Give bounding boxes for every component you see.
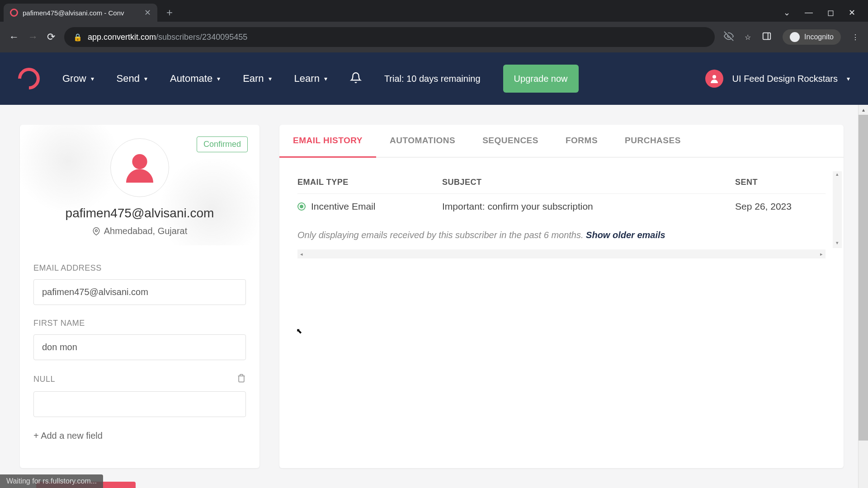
tab-purchases[interactable]: PURCHASES — [611, 125, 694, 157]
svg-point-4 — [132, 154, 147, 169]
svg-point-5 — [95, 230, 97, 232]
profile-email: pafimen475@alvisani.com — [33, 206, 246, 221]
tab-automations[interactable]: AUTOMATIONS — [376, 125, 469, 157]
td-email-type: Incentive Email — [297, 201, 442, 212]
tab-forms[interactable]: FORMS — [552, 125, 611, 157]
chevron-down-icon: ▾ — [847, 75, 850, 82]
incognito-badge[interactable]: Incognito — [783, 29, 841, 45]
profile-fields: EMAIL ADDRESS FIRST NAME NULL + Add a ne… — [20, 245, 259, 459]
table-horizontal-scrollbar[interactable]: ◂▸ — [297, 249, 826, 258]
close-tab-icon[interactable]: ✕ — [144, 8, 151, 18]
email-label: EMAIL ADDRESS — [33, 263, 246, 273]
svg-point-3 — [712, 75, 716, 79]
detail-tabs: EMAIL HISTORY AUTOMATIONS SEQUENCES FORM… — [279, 125, 844, 158]
minimize-icon[interactable]: — — [805, 8, 813, 18]
new-tab-button[interactable]: + — [166, 6, 173, 19]
eye-off-icon[interactable] — [724, 31, 734, 43]
reload-button[interactable]: ⟳ — [47, 31, 55, 43]
chevron-down-icon: ▾ — [324, 75, 327, 82]
chevron-down-icon: ▾ — [217, 75, 220, 82]
status-badge: Confirmed — [197, 136, 248, 152]
incognito-icon — [790, 32, 800, 42]
email-field[interactable] — [33, 279, 246, 305]
profile-card: Confirmed pafimen475@alvisani.com Ahmeda… — [20, 125, 259, 468]
trial-text: Trial: 10 days remaining — [384, 73, 481, 84]
back-button[interactable]: ← — [9, 31, 19, 43]
browser-tab[interactable]: pafimen475@alvisani.com - Conv ✕ — [4, 4, 157, 22]
url-text: app.convertkit.com/subscribers/234009545… — [88, 33, 247, 42]
close-window-icon[interactable]: ✕ — [849, 8, 855, 18]
tabs-dropdown-icon[interactable]: ⌄ — [783, 8, 790, 18]
url-input[interactable]: 🔒 app.convertkit.com/subscribers/2340095… — [64, 27, 715, 47]
chevron-down-icon: ▾ — [91, 75, 94, 82]
incognito-label: Incognito — [804, 33, 834, 41]
page-scrollbar[interactable]: ▴ — [858, 105, 868, 488]
td-subject: Important: confirm your subscription — [442, 201, 735, 212]
nav-learn[interactable]: Learn▾ — [294, 73, 327, 84]
th-sent: SENT — [735, 178, 826, 187]
app-nav: Grow▾ Send▾ Automate▾ Earn▾ Learn▾ Trial… — [0, 52, 868, 105]
firstname-label: FIRST NAME — [33, 319, 246, 328]
window-controls: ⌄ — ◻ ✕ — [783, 8, 864, 18]
avatar-large — [110, 138, 169, 197]
address-bar: ← → ⟳ 🔒 app.convertkit.com/subscribers/2… — [0, 22, 868, 52]
maximize-icon[interactable]: ◻ — [827, 8, 834, 18]
chevron-down-icon: ▾ — [144, 75, 147, 82]
profile-location: Ahmedabad, Gujarat — [33, 226, 246, 236]
firstname-field[interactable] — [33, 334, 246, 360]
location-pin-icon — [92, 227, 100, 235]
tab-sequences[interactable]: SEQUENCES — [469, 125, 552, 157]
upgrade-button[interactable]: Upgrade now — [503, 65, 579, 93]
th-subject: SUBJECT — [442, 178, 735, 187]
svg-rect-1 — [763, 33, 771, 40]
content-area: Confirmed pafimen475@alvisani.com Ahmeda… — [0, 105, 868, 488]
show-older-link[interactable]: Show older emails — [586, 230, 665, 240]
null-field[interactable] — [33, 391, 246, 417]
tab-bar: pafimen475@alvisani.com - Conv ✕ + ⌄ — ◻… — [0, 0, 868, 22]
bookmark-star-icon[interactable]: ☆ — [745, 33, 751, 42]
add-field-link[interactable]: + Add a new field — [33, 431, 246, 441]
table-vertical-scrollbar[interactable]: ▴ ▾ — [833, 171, 842, 248]
bell-icon[interactable] — [350, 72, 362, 85]
null-label: NULL — [33, 374, 246, 385]
app-container: Grow▾ Send▾ Automate▾ Earn▾ Learn▾ Trial… — [0, 52, 868, 488]
favicon-icon — [10, 9, 18, 17]
status-dot-icon — [297, 202, 306, 211]
tab-title: pafimen475@alvisani.com - Conv — [23, 9, 140, 17]
tab-email-history[interactable]: EMAIL HISTORY — [279, 125, 376, 158]
trash-icon[interactable] — [237, 374, 246, 385]
side-panel-icon[interactable] — [762, 31, 772, 43]
nav-grow[interactable]: Grow▾ — [62, 73, 94, 84]
account-name: UI Feed Design Rockstars — [732, 74, 838, 84]
browser-status-bar: Waiting for rs.fullstory.com... — [0, 474, 103, 488]
profile-header: Confirmed pafimen475@alvisani.com Ahmeda… — [20, 125, 259, 245]
browser-chrome: pafimen475@alvisani.com - Conv ✕ + ⌄ — ◻… — [0, 0, 868, 52]
older-emails-note: Only displaying emails received by this … — [297, 230, 826, 240]
kebab-menu-icon[interactable]: ⋮ — [852, 33, 859, 42]
nav-earn[interactable]: Earn▾ — [243, 73, 271, 84]
account-dropdown[interactable]: UI Feed Design Rockstars ▾ — [705, 70, 850, 88]
nav-send[interactable]: Send▾ — [117, 73, 147, 84]
nav-automate[interactable]: Automate▾ — [170, 73, 220, 84]
avatar-icon — [705, 70, 723, 88]
detail-panel: EMAIL HISTORY AUTOMATIONS SEQUENCES FORM… — [279, 125, 844, 468]
forward-button[interactable]: → — [28, 31, 38, 43]
chevron-down-icon: ▾ — [269, 75, 272, 82]
lock-icon: 🔒 — [73, 33, 82, 42]
convertkit-logo[interactable] — [14, 63, 44, 94]
table-row[interactable]: Incentive Email Important: confirm your … — [297, 194, 826, 219]
td-sent: Sep 26, 2023 — [735, 201, 826, 212]
email-history-table: EMAIL TYPE SUBJECT SENT Incentive Email … — [279, 158, 844, 272]
table-header-row: EMAIL TYPE SUBJECT SENT — [297, 171, 826, 194]
th-email-type: EMAIL TYPE — [297, 178, 442, 187]
